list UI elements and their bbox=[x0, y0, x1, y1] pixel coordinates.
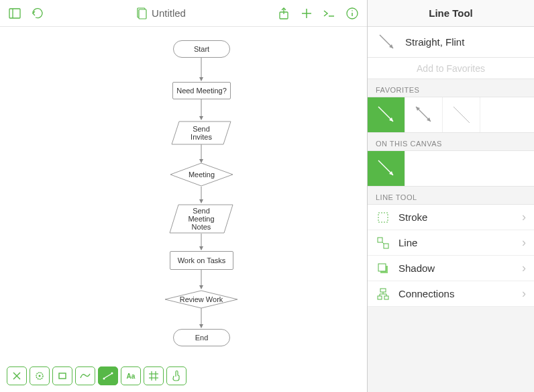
svg-line-30 bbox=[105, 374, 111, 378]
document-title-text: Untitled bbox=[152, 7, 186, 19]
stroke-icon bbox=[376, 210, 390, 225]
console-icon[interactable] bbox=[321, 5, 337, 21]
add-icon[interactable] bbox=[299, 5, 315, 21]
flow-node-meeting[interactable]: Meeting bbox=[170, 162, 233, 187]
svg-rect-52 bbox=[378, 296, 382, 299]
tool-freehand[interactable] bbox=[75, 366, 95, 385]
list-item-line[interactable]: Line › bbox=[368, 230, 534, 256]
svg-rect-3 bbox=[139, 9, 146, 19]
section-on-canvas: ON THIS CANVAS bbox=[368, 133, 534, 150]
line-tool-list: Stroke › Line › Shadow › Connections › bbox=[368, 204, 534, 307]
panel-title: Line Tool bbox=[368, 0, 534, 27]
favorite-swatch-1[interactable] bbox=[368, 97, 405, 132]
list-item-connections[interactable]: Connections › bbox=[368, 281, 534, 307]
sidebar-toggle-icon[interactable] bbox=[7, 5, 23, 21]
svg-rect-0 bbox=[9, 9, 20, 18]
canvas-swatch-1[interactable] bbox=[368, 151, 405, 186]
flow-node-send-invites[interactable]: Send Invites bbox=[171, 121, 231, 145]
current-line-style[interactable]: Straight, Flint bbox=[368, 27, 534, 58]
tool-selection[interactable] bbox=[7, 366, 27, 385]
chevron-right-icon: › bbox=[522, 261, 526, 275]
flow-node-send-notes[interactable]: Send Meeting Notes bbox=[169, 204, 233, 234]
svg-point-26 bbox=[39, 375, 41, 377]
tool-shape-circle[interactable] bbox=[30, 366, 50, 385]
add-to-favorites-button[interactable]: Add to Favorites bbox=[368, 58, 534, 79]
undo-icon[interactable] bbox=[30, 5, 46, 21]
tool-grid[interactable] bbox=[144, 366, 164, 385]
line-arrow-icon bbox=[377, 32, 397, 52]
svg-rect-53 bbox=[384, 296, 388, 299]
canvas-area: Untitled Start Need Me bbox=[0, 0, 368, 392]
inspector-panel: Line Tool Straight, Flint Add to Favorit… bbox=[368, 0, 534, 392]
tool-touch[interactable] bbox=[166, 366, 186, 385]
svg-rect-46 bbox=[378, 238, 382, 242]
svg-point-11 bbox=[352, 10, 353, 11]
svg-rect-51 bbox=[380, 289, 386, 292]
chevron-right-icon: › bbox=[522, 287, 526, 301]
favorites-row bbox=[368, 97, 534, 133]
tool-shape-rect[interactable] bbox=[52, 366, 72, 385]
favorite-swatch-3[interactable] bbox=[443, 97, 480, 132]
svg-line-42 bbox=[453, 107, 470, 123]
tool-dock: Aa bbox=[7, 366, 186, 385]
tool-text[interactable]: Aa bbox=[121, 366, 141, 385]
svg-line-48 bbox=[382, 242, 384, 244]
list-item-shadow[interactable]: Shadow › bbox=[368, 256, 534, 281]
flow-node-need-meeting[interactable]: Need Meeting? bbox=[172, 82, 231, 99]
flow-node-review-work[interactable]: Review Work bbox=[164, 290, 238, 309]
section-favorites: FAVORITES bbox=[368, 79, 534, 97]
svg-rect-47 bbox=[384, 244, 388, 248]
share-icon[interactable] bbox=[276, 5, 292, 21]
flow-node-end[interactable]: End bbox=[173, 329, 230, 346]
svg-rect-27 bbox=[59, 373, 66, 379]
section-line-tool: LINE TOOL bbox=[368, 187, 534, 204]
on-canvas-row bbox=[368, 150, 534, 187]
document-title[interactable]: Untitled bbox=[136, 7, 186, 20]
list-item-stroke[interactable]: Stroke › bbox=[368, 205, 534, 230]
shadow-icon bbox=[376, 261, 390, 276]
tool-line[interactable] bbox=[98, 366, 118, 385]
chevron-right-icon: › bbox=[522, 236, 526, 250]
flow-node-start[interactable]: Start bbox=[173, 40, 230, 58]
flow-node-work-tasks[interactable]: Work on Tasks bbox=[170, 251, 233, 270]
top-toolbar: Untitled bbox=[0, 0, 367, 27]
canvas[interactable]: Start Need Meeting? Send Invites Meeting… bbox=[0, 27, 367, 392]
favorite-swatch-2[interactable] bbox=[405, 97, 443, 132]
current-line-label: Straight, Flint bbox=[405, 36, 464, 48]
svg-rect-50 bbox=[378, 264, 386, 271]
svg-rect-45 bbox=[378, 213, 388, 222]
chevron-right-icon: › bbox=[522, 210, 526, 224]
info-icon[interactable] bbox=[344, 5, 360, 21]
line-icon bbox=[376, 236, 390, 250]
connections-icon bbox=[376, 287, 390, 301]
